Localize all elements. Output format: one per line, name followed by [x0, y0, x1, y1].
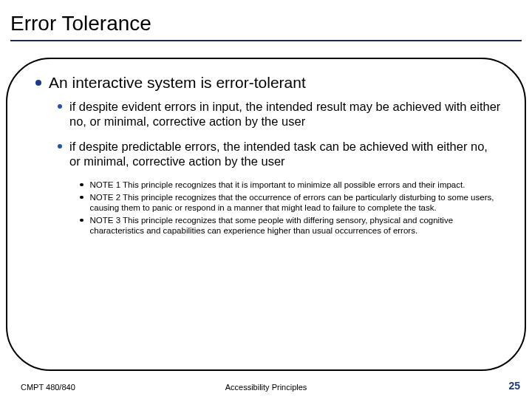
note-text: NOTE 2 This principle recognizes that th…: [90, 192, 502, 213]
footer-course: CMPT 480/840: [21, 383, 75, 392]
bullet-icon: [58, 104, 62, 109]
page-number: 25: [508, 380, 520, 392]
slide-footer: CMPT 480/840 Accessibility Principles 25: [0, 380, 532, 392]
note-text: NOTE 3 This principle recognizes that so…: [90, 215, 502, 236]
bullet-level-2: if despite evident errors in input, the …: [58, 99, 501, 129]
title-area: Error Tolerance: [0, 0, 532, 46]
bullet-icon: [80, 183, 83, 187]
bullet-level-1: An interactive system is error-tolerant: [35, 74, 501, 92]
bullet-icon: [80, 196, 83, 200]
bullet-level-3: NOTE 3 This principle recognizes that so…: [80, 215, 501, 236]
slide-content: An interactive system is error-tolerant …: [35, 74, 501, 238]
note-text: NOTE 1 This principle recognizes that it…: [90, 180, 466, 190]
title-underline: [10, 40, 522, 41]
footer-title: Accessibility Principles: [225, 383, 307, 392]
bullet-text: if despite predictable errors, the inten…: [69, 139, 501, 168]
bullet-icon: [80, 219, 83, 222]
bullet-icon: [35, 80, 41, 86]
bullet-text: An interactive system is error-tolerant: [49, 74, 306, 92]
bullet-text: if despite evident errors in input, the …: [69, 99, 501, 129]
bullet-level-3: NOTE 2 This principle recognizes that th…: [80, 192, 501, 213]
slide-title: Error Tolerance: [10, 12, 522, 35]
bullet-icon: [58, 144, 62, 149]
bullet-level-3: NOTE 1 This principle recognizes that it…: [80, 180, 501, 190]
bullet-level-2: if despite predictable errors, the inten…: [58, 139, 501, 168]
